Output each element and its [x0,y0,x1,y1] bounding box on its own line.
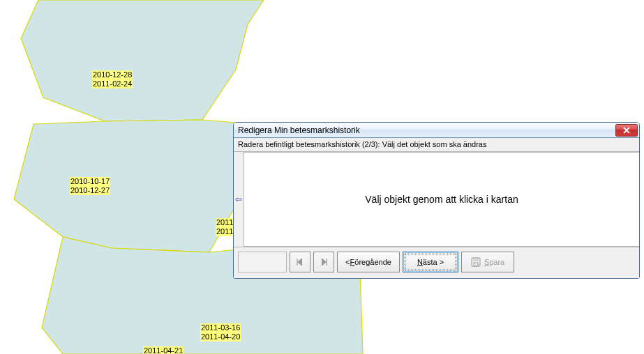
nav-first-button[interactable] [290,252,310,272]
close-icon [623,127,630,134]
save-button[interactable]: Spara [461,252,514,272]
collapse-handle[interactable]: ⇦ [234,152,244,247]
edit-history-dialog: Redigera Min betesmarkshistorik Radera b… [233,122,640,279]
svg-rect-6 [474,263,478,266]
dialog-button-bar: < Föregående Nästa > Spara [234,247,639,278]
map-date-label: 2010-10-17 2010-12-27 [70,177,110,195]
arrow-left-icon: ⇦ [235,195,242,203]
arrow-first-icon [296,258,304,266]
dialog-subtitle: Radera befintligt betesmarkshistorik (2/… [234,138,639,152]
map-parcel[interactable] [14,120,236,252]
next-button[interactable]: Nästa > [403,252,458,272]
nav-last-button[interactable] [313,252,334,272]
dialog-message: Välj objekt genom att klicka i kartan [365,194,518,205]
map-date-label: 2011-03-16 2011-04-20 [200,323,241,341]
dialog-titlebar[interactable]: Redigera Min betesmarkshistorik [234,123,639,138]
map-parcel[interactable] [21,0,264,121]
arrow-last-icon [320,258,328,266]
dialog-title: Redigera Min betesmarkshistorik [238,125,615,135]
dialog-message-panel: Välj objekt genom att klicka i kartan [244,152,639,247]
map-date-label: 2011 2011 [216,218,234,236]
close-button[interactable] [615,124,638,137]
map-date-label: 2011-04-21 [143,346,184,354]
svg-rect-5 [473,259,479,261]
save-icon [471,257,481,267]
map-date-label: 2010-12-28 2011-02-24 [92,70,133,88]
dialog-content: ⇦ Välj objekt genom att klicka i kartan [234,152,639,247]
previous-button[interactable]: < Föregående [337,252,400,272]
button-bar-spacer [238,252,287,272]
